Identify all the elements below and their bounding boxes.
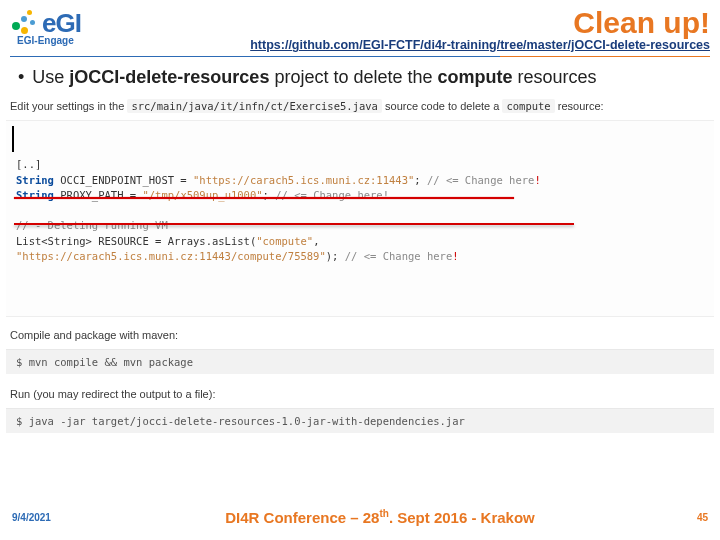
java-code-block: [..] String OCCI_ENDPOINT_HOST = "https:…	[6, 120, 714, 317]
code-l3-b: PROXY_PATH =	[54, 189, 143, 201]
header-divider	[10, 56, 710, 57]
code-l2-kw: String	[16, 174, 54, 186]
footer-page-number: 45	[678, 512, 708, 523]
footer-conference: DI4R Conference – 28th. Sept 2016 - Krak…	[82, 508, 678, 526]
code-l7-b: );	[326, 250, 345, 262]
code-l3-str: "/tmp/x509up_u1000"	[142, 189, 262, 201]
code-l7-cm: // <= Change here	[345, 250, 452, 262]
footer-center-post: . Sept 2016 - Krakow	[389, 509, 535, 526]
code-l3-d: ;	[263, 189, 276, 201]
code-l2-str: "https://carach5.ics.muni.cz:11443"	[193, 174, 414, 186]
code-l3-cm: // <= Change here!	[275, 189, 389, 201]
footer: 9/4/2021 DI4R Conference – 28th. Sept 20…	[0, 498, 720, 540]
code-l1: [..]	[16, 158, 41, 170]
red-underline-shadow-icon	[14, 223, 574, 225]
instruction-edit: Edit your settings in the src/main/java/…	[4, 96, 716, 118]
instr1-pre: Edit your settings in the	[10, 100, 127, 112]
code-l2-d: ;	[414, 174, 427, 186]
code-l7-chg: !	[452, 250, 458, 262]
bullet-point: •Use jOCCI-delete-resources project to d…	[0, 63, 720, 96]
instruction-compile: Compile and package with maven:	[4, 325, 716, 347]
instruction-run: Run (you may redirect the output to a fi…	[4, 384, 716, 406]
instr1-post: resource:	[555, 100, 604, 112]
code-l6-str: "compute"	[256, 235, 313, 247]
instr1-path-code: src/main/java/it/infn/ct/Exercise5.java	[127, 99, 382, 113]
instr1-compute-code: compute	[502, 99, 554, 113]
text-cursor-icon	[12, 126, 14, 152]
bullet-text-mid: project to delete the	[269, 67, 437, 87]
code-l2-chg: !	[534, 174, 540, 186]
footer-date: 9/4/2021	[12, 512, 82, 523]
bullet-compute: compute	[438, 67, 513, 87]
logo: eGI EGI-Engage	[10, 8, 81, 46]
code-l3-kw: String	[16, 189, 54, 201]
shell-compile: $ mvn compile && mvn package	[6, 349, 714, 374]
footer-center-sup: th	[379, 508, 388, 519]
instr1-mid: source code to delete a	[382, 100, 502, 112]
github-link[interactable]: https://github.com/EGI-FCTF/di4r-trainin…	[89, 38, 710, 52]
shell-run: $ java -jar target/jocci-delete-resource…	[6, 408, 714, 433]
code-l2-b: OCCI_ENDPOINT_HOST =	[54, 174, 193, 186]
red-underline-icon	[14, 197, 514, 199]
bullet-text-pre: Use	[32, 67, 69, 87]
bullet-project-name: jOCCI-delete-resources	[69, 67, 269, 87]
bullet-text-suffix: resources	[513, 67, 597, 87]
code-l5: // - Deleting running VM	[16, 219, 168, 231]
code-l6-c: ,	[313, 235, 319, 247]
code-l6-a: List<String> RESOURCE = Arrays.asList(	[16, 235, 256, 247]
code-l2-cm: // <= Change here	[427, 174, 534, 186]
code-l7-str: "https://carach5.ics.muni.cz:11443/compu…	[16, 250, 326, 262]
logo-dots-icon	[10, 10, 38, 38]
slide-title: Clean up!	[89, 8, 710, 38]
footer-center-pre: DI4R Conference – 28	[225, 509, 379, 526]
